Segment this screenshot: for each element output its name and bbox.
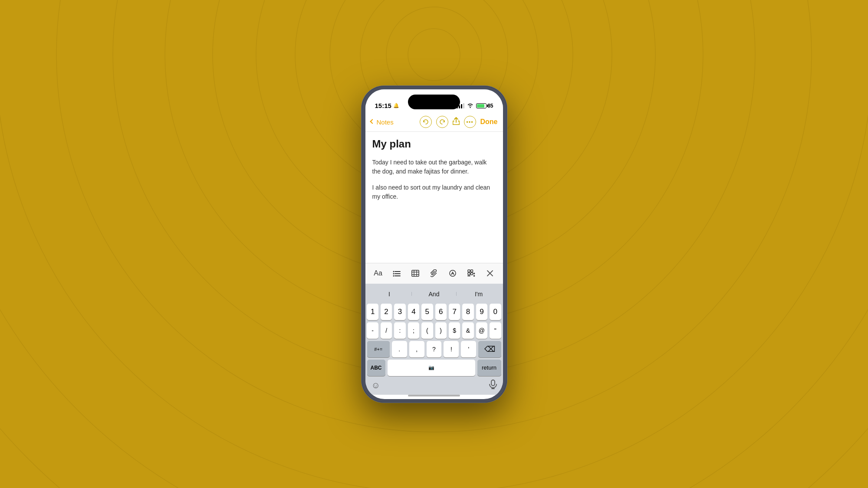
key-close-paren[interactable]: ) (435, 322, 447, 339)
markup-button[interactable] (445, 265, 460, 281)
phone-frame: 15:15 🔔 (362, 86, 507, 403)
key-at[interactable]: @ (476, 322, 487, 339)
key-2[interactable]: 2 (381, 304, 392, 320)
symbol-row: - / : ; ( ) $ & @ " (367, 322, 501, 339)
apps-button[interactable] (464, 265, 479, 281)
svg-rect-21 (412, 270, 419, 276)
close-toolbar-button[interactable] (482, 265, 498, 281)
key-1[interactable]: 1 (367, 304, 378, 320)
svg-point-26 (450, 270, 456, 276)
nav-bar: Notes (365, 113, 503, 132)
svg-point-16 (393, 273, 395, 275)
bell-icon: 🔔 (393, 103, 399, 108)
table-button[interactable] (408, 265, 423, 281)
key-semicolon[interactable]: ; (408, 322, 419, 339)
back-label: Notes (377, 118, 394, 126)
mic-button[interactable] (489, 380, 497, 391)
keyboard: I And I'm 1 2 3 4 5 6 7 8 9 0 - / : (365, 284, 503, 395)
key-open-paren[interactable]: ( (421, 322, 433, 339)
key-9[interactable]: 9 (476, 304, 487, 320)
back-button[interactable]: Notes (371, 118, 394, 126)
svg-rect-31 (471, 273, 473, 275)
key-abc[interactable]: ABC (367, 360, 385, 376)
key-colon[interactable]: : (394, 322, 405, 339)
key-7[interactable]: 7 (449, 304, 460, 320)
battery-indicator: 85 (476, 103, 493, 109)
key-8[interactable]: 8 (462, 304, 473, 320)
list-button[interactable] (389, 265, 404, 281)
wifi-icon (467, 103, 473, 109)
key-4[interactable]: 4 (408, 304, 419, 320)
autocomplete-word-2[interactable]: And (412, 291, 457, 298)
bottom-row: ABC 📷 return (367, 360, 501, 376)
key-ampersand[interactable]: & (462, 322, 473, 339)
nav-right-icons: ••• Done (420, 116, 498, 128)
format-toolbar: Aa (365, 263, 503, 284)
key-exclamation[interactable]: ! (444, 341, 459, 357)
note-title: My plan (372, 138, 496, 150)
more-dots-icon: ••• (466, 119, 473, 125)
key-0[interactable]: 0 (490, 304, 501, 320)
redo-button[interactable] (436, 116, 448, 128)
key-slash[interactable]: / (381, 322, 392, 339)
note-content[interactable]: My plan Today I need to take out the gar… (365, 132, 503, 263)
number-row: 1 2 3 4 5 6 7 8 9 0 (367, 304, 501, 320)
key-dollar[interactable]: $ (449, 322, 460, 339)
special-row: #+= . , ? ! ' ⌫ (367, 341, 501, 357)
phone-screen: 15:15 🔔 (365, 89, 503, 399)
text-format-label: Aa (374, 269, 382, 277)
attachment-button[interactable] (426, 265, 442, 281)
svg-rect-30 (468, 273, 470, 275)
key-space[interactable]: 📷 (388, 360, 475, 376)
key-period[interactable]: . (392, 341, 407, 357)
note-paragraph-1: Today I need to take out the garbage, wa… (372, 158, 496, 176)
done-button[interactable]: Done (480, 118, 498, 126)
status-icons: 85 (457, 103, 493, 109)
undo-button[interactable] (420, 116, 432, 128)
text-format-button[interactable]: Aa (370, 265, 386, 281)
key-backspace[interactable]: ⌫ (478, 341, 501, 357)
emoji-button[interactable]: ☺ (372, 380, 380, 390)
key-numbers-symbols[interactable]: #+= (367, 341, 390, 357)
note-body: Today I need to take out the garbage, wa… (372, 158, 496, 201)
share-button[interactable] (453, 117, 460, 127)
key-apostrophe[interactable]: ' (461, 341, 476, 357)
battery-percent: 85 (487, 103, 493, 109)
svg-point-15 (393, 271, 395, 272)
svg-point-0 (408, 29, 460, 81)
keyboard-func-row: ☺ (367, 376, 501, 393)
svg-rect-29 (471, 270, 473, 272)
svg-rect-34 (491, 380, 495, 386)
key-return[interactable]: return (477, 360, 501, 376)
note-paragraph-2: I also need to sort out my laundry and c… (372, 183, 496, 201)
autocomplete-word-1[interactable]: I (367, 291, 412, 298)
key-3[interactable]: 3 (394, 304, 405, 320)
key-6[interactable]: 6 (435, 304, 447, 320)
dynamic-island (408, 95, 460, 109)
home-indicator (408, 395, 460, 396)
svg-point-17 (393, 275, 395, 277)
more-button[interactable]: ••• (464, 116, 476, 128)
key-quote[interactable]: " (490, 322, 501, 339)
autocomplete-bar: I And I'm (367, 286, 501, 302)
key-comma[interactable]: , (409, 341, 424, 357)
autocomplete-word-3[interactable]: I'm (457, 291, 501, 298)
time-display: 15:15 (375, 102, 391, 109)
svg-rect-28 (468, 270, 470, 272)
back-chevron-icon (370, 119, 375, 124)
key-minus[interactable]: - (367, 322, 378, 339)
status-time: 15:15 🔔 (375, 102, 399, 109)
key-5[interactable]: 5 (421, 304, 433, 320)
key-question[interactable]: ? (427, 341, 442, 357)
